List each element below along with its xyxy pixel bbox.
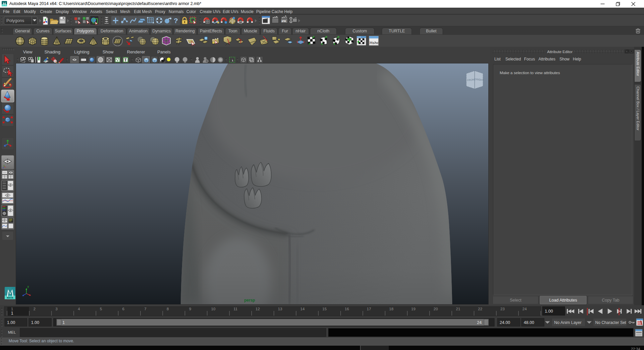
svg-text:22: 22 bbox=[478, 307, 482, 311]
svg-text:Hshd: Hshd bbox=[370, 41, 379, 45]
svg-text:1: 1 bbox=[11, 307, 13, 311]
svg-text:T: T bbox=[124, 58, 127, 62]
svg-text:1.00: 1.00 bbox=[31, 320, 39, 325]
svg-text:?: ? bbox=[174, 17, 178, 24]
svg-text:2: 2 bbox=[33, 307, 35, 311]
svg-text:16: 16 bbox=[345, 307, 349, 311]
svg-text:MEL: MEL bbox=[8, 330, 16, 334]
svg-text:7: 7 bbox=[144, 307, 146, 311]
svg-text:Attribute Editor: Attribute Editor bbox=[547, 50, 573, 54]
svg-text:MAYA: MAYA bbox=[7, 297, 13, 299]
svg-text:24: 24 bbox=[522, 307, 527, 311]
svg-text:3: 3 bbox=[55, 307, 57, 311]
svg-text:10: 10 bbox=[211, 307, 215, 311]
svg-text:Polygons: Polygons bbox=[6, 18, 24, 23]
svg-text:1: 1 bbox=[11, 311, 13, 316]
svg-text:1: 1 bbox=[62, 320, 65, 325]
svg-text:23: 23 bbox=[500, 307, 505, 311]
svg-text:24: 24 bbox=[477, 320, 482, 325]
svg-text:8: 8 bbox=[167, 307, 169, 311]
svg-text:No Character Set: No Character Set bbox=[595, 320, 626, 325]
svg-text:21: 21 bbox=[456, 307, 460, 311]
svg-text:No Anim Layer: No Anim Layer bbox=[554, 320, 582, 325]
svg-text:19: 19 bbox=[411, 307, 416, 311]
svg-text:17: 17 bbox=[367, 307, 371, 311]
svg-text:13: 13 bbox=[278, 307, 282, 311]
svg-text:1.00: 1.00 bbox=[7, 320, 15, 325]
svg-text:14: 14 bbox=[300, 307, 305, 311]
svg-text:48.00: 48.00 bbox=[524, 320, 534, 325]
svg-text:18: 18 bbox=[389, 307, 393, 311]
svg-text:20: 20 bbox=[434, 307, 438, 311]
svg-text:6: 6 bbox=[122, 307, 124, 311]
svg-text:IPR: IPR bbox=[282, 20, 286, 23]
svg-text:1.00: 1.00 bbox=[545, 309, 553, 314]
svg-text:15: 15 bbox=[322, 307, 327, 311]
svg-text:11: 11 bbox=[233, 307, 237, 311]
svg-text:4: 4 bbox=[78, 307, 80, 311]
svg-text:9: 9 bbox=[189, 307, 191, 311]
svg-text:y: y bbox=[27, 285, 29, 288]
svg-text:24.00: 24.00 bbox=[500, 320, 510, 325]
svg-text:5: 5 bbox=[100, 307, 102, 311]
svg-text:persp: persp bbox=[244, 298, 255, 303]
svg-text:12: 12 bbox=[256, 307, 260, 311]
